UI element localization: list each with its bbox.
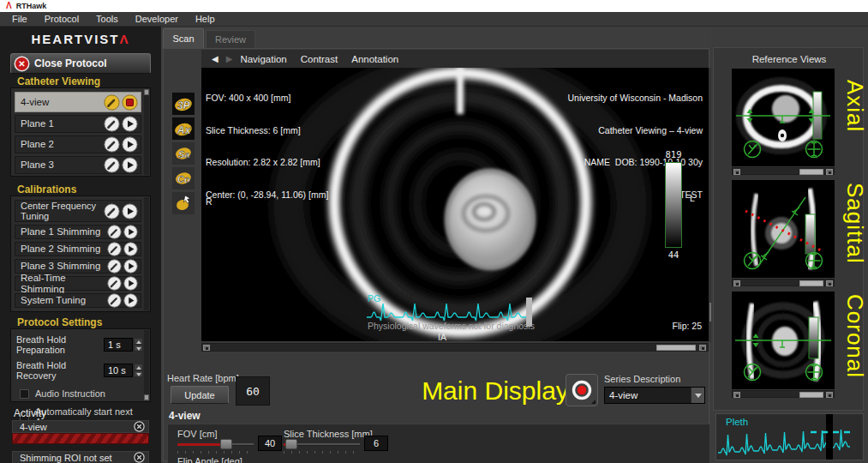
spinner-buttons[interactable] [134,338,143,352]
fov-slider[interactable] [177,439,254,449]
play-icon[interactable] [123,276,138,291]
play-icon[interactable] [122,136,138,153]
reference-views-title: Reference Views [714,54,865,64]
play-icon[interactable] [123,259,138,274]
orientation-marker-left: R [206,196,213,207]
reference-view-axial[interactable] [732,69,835,166]
dismiss-icon[interactable] [134,421,145,432]
stop-icon[interactable] [122,94,138,111]
breath-hold-preparation-input[interactable]: 1 s [104,338,133,352]
scrollbar-thumb[interactable] [144,394,149,400]
edit-icon[interactable] [107,259,122,274]
main-image-viewport[interactable]: FOV: 400 x 400 [mm] Slice Thickness: 6 [… [201,68,709,341]
dismiss-icon[interactable] [134,452,145,463]
app-item-plane2[interactable]: Plane 2 [15,135,141,153]
slider-handle[interactable] [285,439,297,449]
menu-help[interactable]: Help [187,14,224,24]
scroll-left-button[interactable] [733,392,740,398]
menu-contrast[interactable]: Contrast [301,54,338,64]
tab-scan[interactable]: Scan [163,28,204,48]
app-item-realtime-shimming[interactable]: Real-Time Shimming [15,276,141,291]
sagittal-annotation: Sagittal [841,183,868,264]
spinner-buttons[interactable] [134,364,143,377]
app-item-plane1[interactable]: Plane 1 [15,115,141,133]
reference-view-coronal[interactable] [732,292,835,389]
prev-arrow-button[interactable]: ◀ [212,54,218,63]
menu-navigation[interactable]: Navigation [240,54,286,64]
app-item-plane3-shimming[interactable]: Plane 3 Shimming [15,259,141,274]
slice-thickness-slider[interactable] [284,439,360,449]
play-icon[interactable] [123,242,138,256]
app-item-plane3[interactable]: Plane 3 [15,156,141,174]
group-scrollbar[interactable] [144,330,149,400]
group-scrollbar[interactable] [144,197,149,310]
interactive-tool-icon[interactable] [172,192,195,214]
scroll-left-button[interactable] [733,280,740,286]
edit-icon[interactable] [104,116,120,132]
overlay-patient: NAME DOB: 1990-10-10 30y [567,157,703,168]
coronal-scrollbar[interactable] [732,390,835,398]
app-item-system-tuning[interactable]: System Tuning [15,293,141,308]
edit-icon[interactable] [107,242,122,256]
scrollbar-thumb[interactable] [799,169,823,175]
heart-rate-input[interactable]: 60 [236,376,270,406]
app-item-center-frequency-tuning[interactable]: Center Frequency Tuning [15,200,141,222]
edit-icon[interactable] [104,136,120,153]
scroll-left-button[interactable] [203,345,210,351]
play-icon[interactable] [123,225,138,239]
scrollbar-thumb[interactable] [799,280,823,286]
close-protocol-button[interactable]: ✕ Close Protocol [10,53,151,74]
dropdown-arrow-button[interactable] [691,388,704,403]
scroll-right-button[interactable] [826,280,833,286]
edit-icon[interactable] [104,94,120,111]
menu-protocol[interactable]: Protocol [36,14,87,24]
reference-view-sagittal[interactable] [732,180,835,278]
scroll-right-button[interactable] [826,392,833,398]
edit-icon[interactable] [104,157,120,173]
group-scrollbar[interactable] [144,89,149,175]
update-button[interactable]: Update [171,386,229,404]
edit-icon[interactable] [107,293,122,308]
play-icon[interactable] [122,157,138,173]
image-horizontal-scrollbar[interactable] [201,343,709,352]
app-item-label: Center Frequency Tuning [21,201,102,221]
play-icon[interactable] [122,116,138,132]
menu-annotation[interactable]: Annotation [351,54,398,64]
next-arrow-button[interactable]: ▶ [226,54,233,63]
scrollbar-thumb[interactable] [144,89,149,95]
record-dropdown-arrow[interactable] [591,400,596,404]
breath-hold-recovery-input[interactable]: 10 s [104,364,133,377]
axial-scrollbar[interactable] [732,167,835,175]
menu-developer[interactable]: Developer [127,14,187,24]
app-item-4view[interactable]: 4-view [15,92,141,112]
audio-instruction-checkbox[interactable] [20,389,29,399]
three-plane-tool-icon[interactable]: 3P [172,93,195,115]
play-icon[interactable] [123,293,138,308]
coronal-tool-icon[interactable]: Co [172,167,195,189]
scroll-right-button[interactable] [699,345,706,351]
scrollbar-thumb[interactable] [799,392,823,398]
edit-icon[interactable] [107,225,122,239]
slice-thickness-value[interactable]: 6 [364,436,388,451]
sagittal-scrollbar[interactable] [732,279,835,286]
edit-icon[interactable] [107,276,122,291]
slider-handle[interactable] [220,439,232,449]
image-toolbar: ◀ ▶ Navigation Contrast Annotation [201,50,709,68]
record-button[interactable] [566,374,598,406]
colorbar-min: 44 [665,250,682,260]
play-icon[interactable] [122,203,138,219]
series-description-dropdown[interactable]: 4-view [604,387,705,404]
tab-review[interactable]: Review [206,30,255,48]
sagittal-tool-icon[interactable]: Sa [172,142,195,165]
scroll-right-button[interactable] [826,169,833,175]
scroll-left-button[interactable] [733,169,740,175]
menu-tools[interactable]: Tools [87,14,127,24]
scrollbar-thumb[interactable] [656,345,696,351]
fov-value[interactable]: 40 [258,436,282,451]
axial-tool-icon[interactable]: Ax [172,117,195,140]
menu-file[interactable]: File [3,14,36,24]
edit-icon[interactable] [104,203,120,219]
app-item-plane2-shimming[interactable]: Plane 2 Shimming [15,242,141,256]
calibrations-group: Center Frequency Tuning Plane 1 Shimming… [10,195,151,312]
app-item-plane1-shimming[interactable]: Plane 1 Shimming [15,225,141,239]
